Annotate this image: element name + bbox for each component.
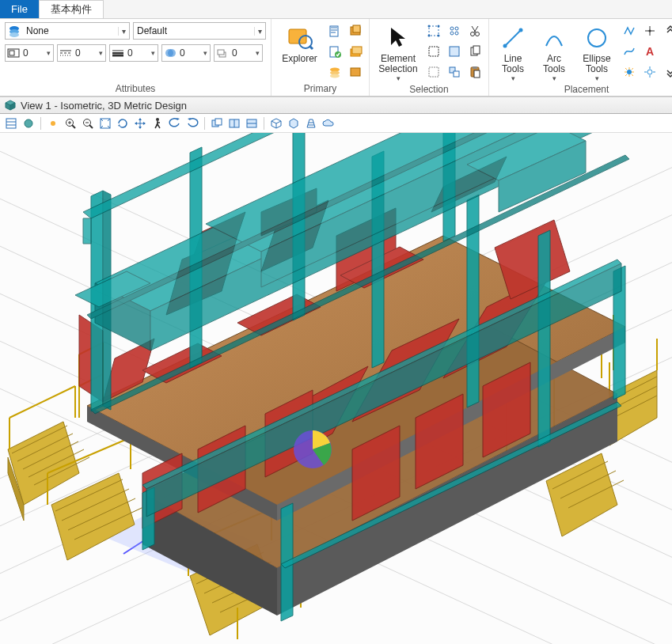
clip-volume-button[interactable] <box>268 116 284 131</box>
file-tab-label: File <box>11 3 28 15</box>
svg-point-27 <box>330 74 340 78</box>
explorer-button[interactable]: Explorer <box>276 22 323 64</box>
zoom-out-button[interactable] <box>80 116 96 131</box>
svg-rect-44 <box>429 67 439 77</box>
line-tools-button[interactable]: Line Tools▾ <box>494 22 532 82</box>
hatch-button[interactable] <box>621 63 638 81</box>
models-button[interactable] <box>347 22 364 40</box>
walk-button[interactable] <box>150 116 165 131</box>
priority-icon <box>215 46 230 60</box>
ellipse-tools-label: Ellipse Tools <box>583 54 610 74</box>
svg-line-17 <box>309 46 313 49</box>
group-label-placement: Placement <box>494 82 672 97</box>
svg-rect-20 <box>353 25 360 32</box>
cursor-icon <box>384 24 412 52</box>
cut-button[interactable] <box>466 22 484 40</box>
linestyle-combo[interactable]: 0 ▾ <box>57 44 106 62</box>
separator <box>264 117 264 130</box>
template-combo[interactable]: Default ▾ <box>133 22 266 40</box>
priority-combo[interactable]: 0 ▾ <box>214 44 263 62</box>
point-button[interactable] <box>641 22 659 40</box>
chevron-down-icon: ▾ <box>118 27 129 36</box>
svg-point-67 <box>647 70 652 74</box>
rotate-view-button[interactable] <box>115 116 131 131</box>
pan-view-button[interactable] <box>132 116 148 131</box>
levels-button[interactable] <box>326 63 344 81</box>
arc-tools-button[interactable]: Arc Tools▾ <box>535 22 573 82</box>
paste-button[interactable] <box>466 63 484 81</box>
chevron-down-icon: ▾ <box>200 49 210 57</box>
chevron-down-icon: ▾ <box>595 74 599 82</box>
element-selection-label: Element Selection <box>378 54 417 74</box>
text-button[interactable]: A <box>641 43 659 60</box>
svg-rect-87 <box>215 119 222 125</box>
clip-mask-button[interactable] <box>286 116 302 131</box>
transparency-icon <box>162 46 178 60</box>
file-tab[interactable]: File <box>0 0 40 18</box>
lineweight-value: 0 <box>126 47 148 59</box>
ellipse-icon <box>583 24 611 52</box>
sun-button[interactable] <box>641 63 659 81</box>
svg-point-36 <box>450 32 454 35</box>
chevron-down-icon: ▾ <box>397 74 401 82</box>
collapse-up-button[interactable] <box>662 22 672 40</box>
copy-button[interactable] <box>466 43 484 60</box>
element-selection-button[interactable]: Element Selection ▾ <box>374 22 422 82</box>
active-tab-label: 基本构件 <box>51 2 92 17</box>
view-next-button[interactable] <box>184 116 200 131</box>
fence-button[interactable] <box>425 22 442 40</box>
copy-view-button[interactable] <box>209 116 225 131</box>
svg-line-65 <box>625 74 627 76</box>
polyline-button[interactable] <box>621 22 638 40</box>
select-similar-button[interactable] <box>446 22 463 40</box>
level-combo[interactable]: None ▾ <box>5 22 130 40</box>
select-by-button[interactable] <box>446 63 463 81</box>
fit-view-button[interactable] <box>97 116 113 131</box>
view-prev-button[interactable] <box>167 116 183 131</box>
line-icon <box>499 24 527 52</box>
lineweight-combo[interactable]: 0 ▾ <box>109 44 158 62</box>
spline-button[interactable] <box>621 43 638 60</box>
svg-point-32 <box>428 35 431 37</box>
attach-tool-button[interactable] <box>326 22 344 40</box>
select-marquee-button[interactable] <box>425 43 442 60</box>
view-clouds-button[interactable] <box>321 116 336 131</box>
arc-tools-label: Arc Tools <box>543 54 565 74</box>
view-perspective-button[interactable] <box>303 116 319 131</box>
adjust-brightness-button[interactable] <box>45 116 61 131</box>
priority-value: 0 <box>230 47 252 59</box>
lineweight-icon <box>110 46 126 60</box>
active-tab[interactable]: 基本构件 <box>40 0 104 18</box>
svg-rect-43 <box>473 46 480 54</box>
color-value: 0 <box>21 47 44 59</box>
view-clip2-button[interactable] <box>244 116 260 131</box>
explorer-label: Explorer <box>282 54 317 64</box>
group-label-attributes: Attributes <box>5 81 266 96</box>
select-none-button[interactable] <box>425 63 442 81</box>
transparency-value: 0 <box>178 47 200 59</box>
group-label-selection: Selection <box>374 82 484 97</box>
primary-smallgrid <box>326 22 364 81</box>
chevron-down-icon: ▾ <box>148 49 158 57</box>
svg-point-38 <box>471 32 475 36</box>
svg-text:A: A <box>646 45 654 58</box>
chevron-down-icon: ▾ <box>44 49 53 57</box>
view-attrs-button[interactable] <box>3 116 19 131</box>
group-label-primary: Primary <box>276 81 364 96</box>
select-all-button[interactable] <box>446 43 463 60</box>
chevron-down-icon: ▾ <box>552 74 556 82</box>
expand-down-button[interactable] <box>662 63 672 81</box>
svg-rect-4 <box>9 51 14 55</box>
svg-line-78 <box>72 125 75 128</box>
linestyle-value: 0 <box>74 47 96 59</box>
refs-button[interactable] <box>326 43 344 60</box>
cells-button[interactable] <box>347 43 364 60</box>
color-combo[interactable]: 0 ▾ <box>5 44 54 62</box>
viewport-3d[interactable] <box>0 133 672 644</box>
more-button[interactable] <box>347 63 364 81</box>
zoom-in-button[interactable] <box>63 116 78 131</box>
ellipse-tools-button[interactable]: Ellipse Tools▾ <box>576 22 617 82</box>
display-style-button[interactable] <box>21 116 36 131</box>
view-clip-button[interactable] <box>226 116 242 131</box>
transparency-combo[interactable]: 0 ▾ <box>161 44 211 62</box>
